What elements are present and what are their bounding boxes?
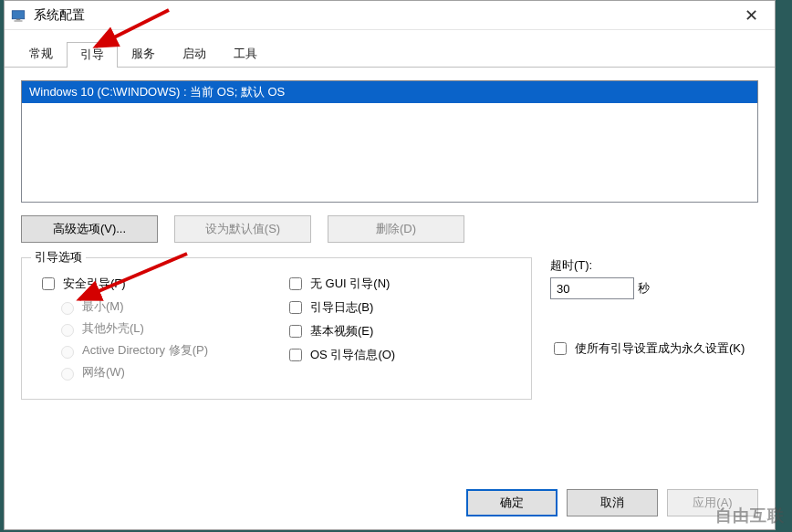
tab-startup[interactable]: 启动 (169, 41, 220, 67)
lower-section: 引导选项 安全引导(F) 最小(M) 其他外壳(L) (21, 257, 758, 400)
titlebar: 系统配置 ✕ (5, 1, 775, 30)
ok-button[interactable]: 确定 (466, 489, 558, 516)
ad-repair-radio (61, 346, 74, 359)
bootlog-label: 引导日志(B) (310, 299, 373, 316)
tab-boot[interactable]: 引导 (67, 42, 118, 68)
close-button[interactable]: ✕ (733, 5, 769, 26)
network-radio (61, 368, 74, 381)
permanent-checkbox[interactable] (554, 342, 567, 355)
boot-button-row: 高级选项(V)... 设为默认值(S) 删除(D) (21, 215, 758, 243)
bootlog-checkbox[interactable] (289, 301, 302, 314)
no-gui-checkbox[interactable] (289, 277, 302, 290)
network-label: 网络(W) (82, 364, 125, 381)
minimal-radio (61, 302, 74, 315)
window-title: 系统配置 (34, 7, 733, 24)
minimal-label: 最小(M) (82, 298, 124, 315)
cancel-button[interactable]: 取消 (567, 489, 658, 516)
right-column: 超时(T): 秒 使所有引导设置成为永久设置(K) (550, 257, 758, 400)
dialog-footer: 确定 取消 应用(A) (5, 476, 775, 529)
alt-shell-radio (61, 324, 74, 337)
watermark: 自由互联 (715, 505, 785, 527)
os-boot-info-label: OS 引导信息(O) (310, 347, 395, 363)
svg-rect-0 (12, 10, 25, 18)
timeout-input[interactable] (550, 277, 634, 299)
tab-general[interactable]: 常规 (16, 41, 67, 67)
safe-boot-checkbox[interactable] (42, 277, 55, 290)
no-gui-label: 无 GUI 引导(N) (310, 276, 390, 292)
base-video-label: 基本视频(E) (310, 323, 373, 339)
base-video-checkbox[interactable] (289, 325, 302, 338)
tab-tools[interactable]: 工具 (220, 41, 271, 67)
delete-button: 删除(D) (328, 215, 464, 243)
tab-content: Windows 10 (C:\WINDOWS) : 当前 OS; 默认 OS 高… (5, 68, 775, 476)
os-boot-info-checkbox[interactable] (289, 349, 302, 361)
boot-options-group: 引导选项 安全引导(F) 最小(M) 其他外壳(L) (21, 257, 532, 400)
permanent-label: 使所有引导设置成为永久设置(K) (575, 340, 745, 357)
boot-options-legend: 引导选项 (31, 249, 86, 266)
svg-rect-2 (15, 20, 23, 22)
os-list[interactable]: Windows 10 (C:\WINDOWS) : 当前 OS; 默认 OS (21, 80, 758, 203)
safe-boot-label: 安全引导(F) (63, 276, 126, 292)
timeout-unit: 秒 (638, 280, 650, 297)
set-default-button: 设为默认值(S) (174, 215, 311, 243)
timeout-label: 超时(T): (550, 257, 758, 274)
ad-repair-label: Active Directory 修复(P) (82, 342, 208, 359)
tab-services[interactable]: 服务 (118, 41, 169, 67)
svg-rect-1 (16, 18, 21, 20)
advanced-options-button[interactable]: 高级选项(V)... (21, 215, 158, 243)
msconfig-window: 系统配置 ✕ 常规 引导 服务 启动 工具 Windows 10 (C:\WIN… (4, 0, 776, 530)
app-icon (10, 7, 26, 24)
tab-row: 常规 引导 服务 启动 工具 (5, 41, 775, 68)
os-list-item[interactable]: Windows 10 (C:\WINDOWS) : 当前 OS; 默认 OS (22, 81, 757, 103)
alt-shell-label: 其他外壳(L) (82, 320, 144, 337)
